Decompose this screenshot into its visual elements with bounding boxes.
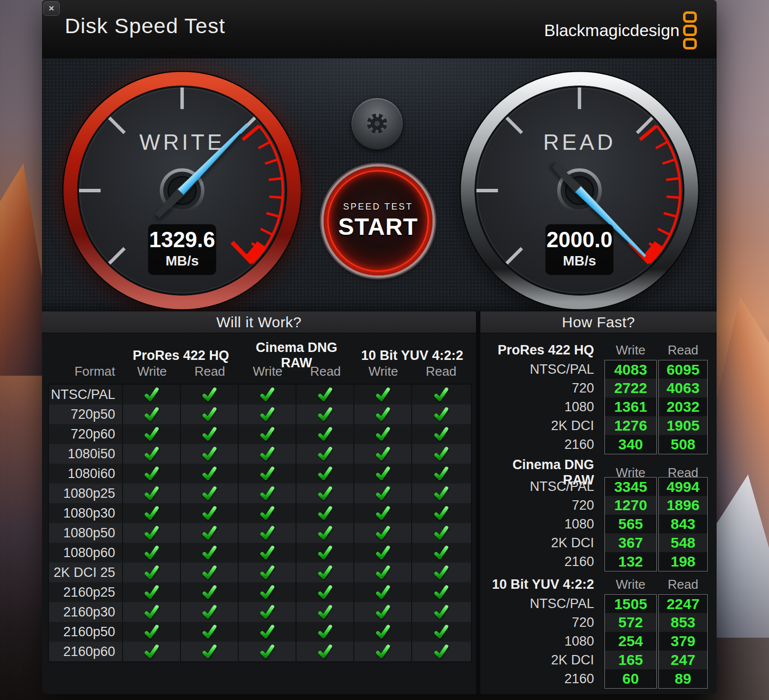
check-icon (317, 407, 333, 422)
format-cell: 2K DCI 25 (49, 563, 123, 582)
check-cell (412, 543, 470, 563)
write-value: 1276 (604, 416, 657, 435)
check-cell (297, 602, 354, 622)
check-icon (375, 644, 390, 659)
group-header: Cinema DNG RAW Write Read (480, 457, 717, 477)
check-cell (181, 582, 239, 602)
check-cell (123, 444, 181, 464)
check-cell (181, 563, 239, 582)
codec-group-headers: ProRes 422 HQ Cinema DNG RAW 10 Bit YUV … (48, 340, 476, 362)
format-header: Format (48, 364, 123, 379)
group-title: ProRes 422 HQ (480, 343, 603, 358)
row-label: 720 (480, 613, 603, 632)
check-cell (181, 523, 239, 543)
row-label: 2160 (480, 669, 603, 689)
check-icon (433, 446, 449, 462)
check-icon (433, 387, 449, 402)
gauge-section: WRITE 1329.6 MB/s (42, 58, 717, 311)
check-cell (412, 602, 470, 622)
row-label: 2K DCI (480, 651, 603, 669)
table-row: 1080p60 (49, 543, 471, 563)
write-value: 1270 (604, 496, 657, 515)
check-icon (202, 407, 217, 422)
check-icon (433, 644, 449, 659)
check-icon (202, 565, 217, 580)
table-row: 2160p25 (49, 582, 471, 602)
read-value: 1896 (658, 496, 708, 515)
check-cell (354, 563, 412, 582)
check-icon (202, 427, 217, 442)
check-icon (433, 466, 449, 481)
check-icon (202, 605, 217, 620)
check-cell (181, 444, 239, 464)
check-icon (375, 525, 390, 541)
check-icon (375, 446, 390, 462)
check-icon (259, 446, 275, 462)
check-cell (354, 385, 412, 404)
start-button[interactable]: SPEED TEST START (324, 167, 432, 275)
check-icon (317, 525, 333, 541)
check-cell (181, 404, 239, 424)
check-icon (433, 427, 449, 442)
format-cell: 1080p25 (49, 483, 123, 503)
check-cell (297, 503, 354, 523)
check-icon (375, 545, 390, 561)
value-row: 2K DCI 367 548 (480, 533, 717, 552)
check-cell (297, 483, 354, 503)
check-cell (297, 404, 354, 424)
check-icon (259, 644, 275, 659)
check-cell (412, 642, 470, 661)
group-title: 10 Bit YUV 4:2:2 (480, 577, 603, 592)
check-cell (412, 424, 470, 444)
write-value: 1361 (604, 397, 657, 416)
check-cell (181, 424, 239, 444)
value-row: NTSC/PAL 4083 6095 (480, 360, 717, 379)
close-button[interactable]: × (43, 1, 60, 16)
read-value: 843 (658, 515, 708, 533)
logo-mark-icon (683, 11, 697, 49)
table-row: 720p50 (49, 404, 471, 424)
format-cell: 2160p50 (49, 622, 123, 642)
value-row: 720 572 853 (480, 613, 717, 632)
check-icon (317, 506, 333, 521)
will-it-work-panel: Will it Work? ProRes 422 HQ Cinema DNG R… (42, 311, 476, 694)
how-fast-group: 10 Bit YUV 4:2:2 Write Read NTSC/PAL 150… (480, 574, 717, 688)
read-value: 4994 (658, 477, 708, 496)
check-icon (259, 585, 275, 600)
check-icon (259, 407, 275, 422)
table-row: 2K DCI 25 (49, 563, 471, 582)
check-icon (317, 486, 333, 501)
check-icon (259, 565, 275, 580)
read-value: 247 (658, 651, 708, 669)
check-cell (412, 523, 470, 543)
check-cell (181, 503, 239, 523)
write-value: 572 (604, 613, 657, 632)
write-value: 340 (604, 435, 657, 454)
logo-text: Blackmagicdesign (544, 21, 680, 40)
row-label: 1080 (480, 515, 603, 533)
read-value: 379 (658, 632, 708, 651)
check-icon (202, 387, 217, 402)
write-gauge: WRITE 1329.6 MB/s (62, 71, 302, 310)
check-icon (259, 506, 275, 521)
will-it-work-title: Will it Work? (42, 311, 476, 333)
wallpaper-mountain-left (0, 163, 43, 376)
value-row: 1080 565 843 (480, 515, 717, 533)
will-it-work-table: NTSC/PAL720p50720p601080i501080i601080p2… (48, 384, 472, 662)
settings-button[interactable] (351, 97, 403, 150)
check-icon (433, 545, 449, 561)
check-icon (375, 387, 390, 402)
check-icon (317, 387, 333, 402)
check-icon (375, 585, 390, 600)
check-icon (144, 605, 159, 620)
value-row: 2160 340 508 (480, 435, 717, 454)
check-cell (123, 523, 181, 543)
read-header: Read (658, 577, 708, 592)
row-label: NTSC/PAL (480, 360, 603, 379)
check-cell (297, 424, 354, 444)
check-cell (354, 483, 412, 503)
row-label: 1080 (480, 632, 603, 651)
check-icon (433, 605, 449, 620)
check-cell (412, 464, 470, 483)
table-row: 1080p30 (49, 503, 471, 523)
